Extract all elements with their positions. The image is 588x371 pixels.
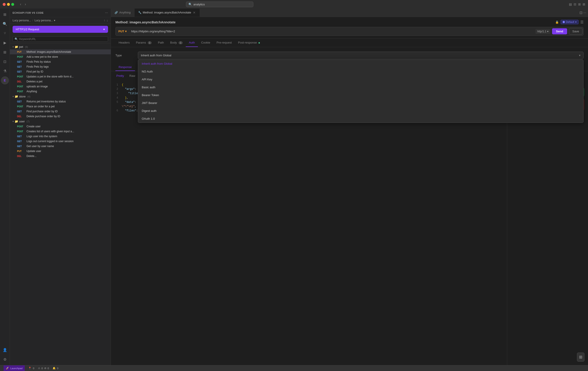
search-input-wrap[interactable]: 🔍 <box>13 36 108 42</box>
group-name-pet: pet <box>19 45 23 49</box>
http-version-selector[interactable]: http/1.1 ▾ <box>536 29 550 34</box>
status-launchpad[interactable]: 🚀 Launchpad <box>4 365 25 371</box>
layout-icon[interactable]: ⊞ <box>578 2 581 6</box>
status-warnings[interactable]: ⚠ 0 ⊘ 0 <box>38 367 49 370</box>
folder-icon: 📁 <box>15 45 18 49</box>
sidebar-item-user[interactable]: 👤 <box>1 346 9 354</box>
auth-selected-value: Inherit auth from Global <box>141 54 171 57</box>
dropdown-item-apikey[interactable]: API Key <box>138 75 583 83</box>
dropdown-item-inherit[interactable]: Inherit auth from Global <box>138 60 583 68</box>
request-menu-button[interactable]: ☰ <box>580 20 584 24</box>
close-traffic-light[interactable] <box>3 3 6 6</box>
left-panel-menu-button[interactable]: ··· <box>105 11 108 15</box>
persona-dropdown-button[interactable]: Lucy persona... ▾ <box>35 19 55 22</box>
list-item[interactable]: GET Find pet by ID <box>10 69 111 74</box>
dropdown-item-jwt[interactable]: JWT Bearer <box>138 99 583 107</box>
tab-headers[interactable]: Headers <box>116 39 133 47</box>
method-badge-get: GET <box>17 135 25 138</box>
list-item[interactable]: GET Returns pet inventories by status <box>10 99 111 104</box>
list-item[interactable]: GET Get user by user name <box>10 144 111 149</box>
sidebar-item-grid[interactable]: ⊞ <box>1 48 9 56</box>
list-item[interactable]: POST Creates list of users with given in… <box>10 129 111 134</box>
tree-group-header-user[interactable]: ▾ 📁 user (7) <box>10 119 111 124</box>
tab-body[interactable]: Body 1 <box>167 39 186 47</box>
default-env-badge[interactable]: Default ▾ <box>561 20 578 24</box>
sidebar-item-terminal[interactable]: ⊡ <box>1 57 9 65</box>
tab-cookie[interactable]: Cookie <box>198 39 213 47</box>
chevron-down-icon: ▾ <box>579 54 581 57</box>
download-icon[interactable]: ↓ <box>107 19 108 22</box>
list-item[interactable]: GET Logs out current logged in user sess… <box>10 139 111 144</box>
save-button[interactable]: Save <box>569 28 582 35</box>
tab-prerequest[interactable]: Pre-request <box>213 39 235 47</box>
tab-auth[interactable]: Auth <box>186 39 198 47</box>
list-item[interactable]: POST Updates a pet in the store with for… <box>10 74 111 79</box>
tree-group-header-pet[interactable]: ▾ 📁 pet (9) <box>10 44 111 49</box>
method-selector[interactable]: PUT ▾ <box>116 29 128 34</box>
method-badge-get: GET <box>17 145 25 148</box>
list-item[interactable]: POST Place an order for a pet <box>10 104 111 109</box>
dropdown-item-bearer[interactable]: Bearer Token Basic auth <box>138 91 583 99</box>
list-item[interactable]: PUT Update user <box>10 149 111 154</box>
tab-path[interactable]: Path <box>155 39 167 47</box>
sidebar-item-settings[interactable]: ⚙ <box>1 355 9 363</box>
tree-group-header-store[interactable]: ▾ 📁 store (4) <box>10 94 111 99</box>
list-item[interactable]: DEL Delete... <box>10 154 111 159</box>
tabs-split-button[interactable]: ⊡ <box>579 11 582 15</box>
tab-method[interactable]: 🔧 Method: images.asyncBatchAnnotate ✕ <box>135 9 200 17</box>
sidebar-item-git[interactable]: ⑂ <box>1 29 9 37</box>
back-button[interactable]: ‹ <box>19 2 22 7</box>
forward-button[interactable]: › <box>23 2 27 7</box>
grid-icon[interactable]: ⊞ <box>583 2 585 6</box>
auth-type-dropdown[interactable]: Inherit auth from Global ▾ <box>138 52 584 59</box>
minimize-traffic-light[interactable] <box>7 3 10 6</box>
method-label: PUT <box>118 30 124 33</box>
send-button[interactable]: Send <box>552 28 567 34</box>
left-panel-header: ECHOAPI FOR VS CODE ··· <box>10 9 111 17</box>
list-item[interactable]: PUT Method: images.asyncBatchAnnotate <box>10 49 111 54</box>
list-item[interactable]: POST Anything <box>10 89 111 94</box>
dropdown-item-noauth[interactable]: NO Auth <box>138 68 583 75</box>
sidebar-item-flask[interactable]: ⚗ <box>1 67 9 75</box>
raw-tab[interactable]: Raw <box>127 73 137 78</box>
list-item[interactable]: POST Add a new pet to the store <box>10 54 111 59</box>
titlebar-actions: ▤ ⊟ ⊞ ⊞ <box>569 2 585 6</box>
list-item[interactable]: GET Finds Pets by status <box>10 59 111 64</box>
keyword-search-input[interactable] <box>19 38 106 41</box>
upload-icon[interactable]: ↑ <box>104 19 105 22</box>
http-request-button[interactable]: HTTP1/2 Request ▾ <box>13 26 108 33</box>
sidebar-item-logo[interactable]: E <box>1 76 9 85</box>
status-location[interactable]: 📍 0 <box>28 367 34 370</box>
titlebar-search[interactable]: 🔍 <box>186 1 253 7</box>
expand-button[interactable]: ⊞ <box>577 353 584 361</box>
list-item[interactable]: DEL Deletes a pet <box>10 79 111 84</box>
sidebar-toggle-icon[interactable]: ▤ <box>569 2 572 6</box>
tab-params[interactable]: Params 1 <box>133 39 155 47</box>
tab-close-button[interactable]: ✕ <box>192 11 196 14</box>
search-input[interactable] <box>193 3 251 6</box>
list-item[interactable]: GET Finds Pets by tags <box>10 64 111 69</box>
maximize-traffic-light[interactable] <box>11 3 14 6</box>
method-badge-post: POST <box>17 75 25 78</box>
sidebar-item-search[interactable]: 🔍 <box>1 20 9 28</box>
list-item[interactable]: GET Find purchase order by ID <box>10 109 111 114</box>
tab-postresponse[interactable]: Post-response <box>235 39 263 47</box>
dropdown-item-digest[interactable]: Digest auth <box>138 107 583 115</box>
dropdown-item-basic[interactable]: Basic auth <box>138 83 583 91</box>
list-item[interactable]: POST Create user <box>10 124 111 129</box>
url-input[interactable] <box>130 29 534 34</box>
method-badge-get: GET <box>17 61 25 63</box>
tab-anything[interactable]: 🔗 Anything <box>111 9 135 17</box>
sidebar-item-run[interactable]: ▶ <box>1 39 9 47</box>
response-tab[interactable]: Response <box>116 64 135 71</box>
pretty-tab[interactable]: Pretty <box>115 73 126 78</box>
status-notifications[interactable]: 🔔 0 <box>52 367 58 370</box>
sidebar-item-home[interactable]: ⊞ <box>1 10 9 18</box>
dropdown-item-oauth[interactable]: OAuth 1.0 <box>138 115 583 123</box>
tabs-menu-button[interactable]: ··· <box>583 11 586 15</box>
method-badge-post: POST <box>17 105 25 108</box>
layout-split-icon[interactable]: ⊟ <box>574 2 576 6</box>
list-item[interactable]: POST uploads an image <box>10 84 111 89</box>
list-item[interactable]: GET Logs user into the system <box>10 134 111 139</box>
list-item[interactable]: DEL Delete purchase order by ID <box>10 114 111 119</box>
